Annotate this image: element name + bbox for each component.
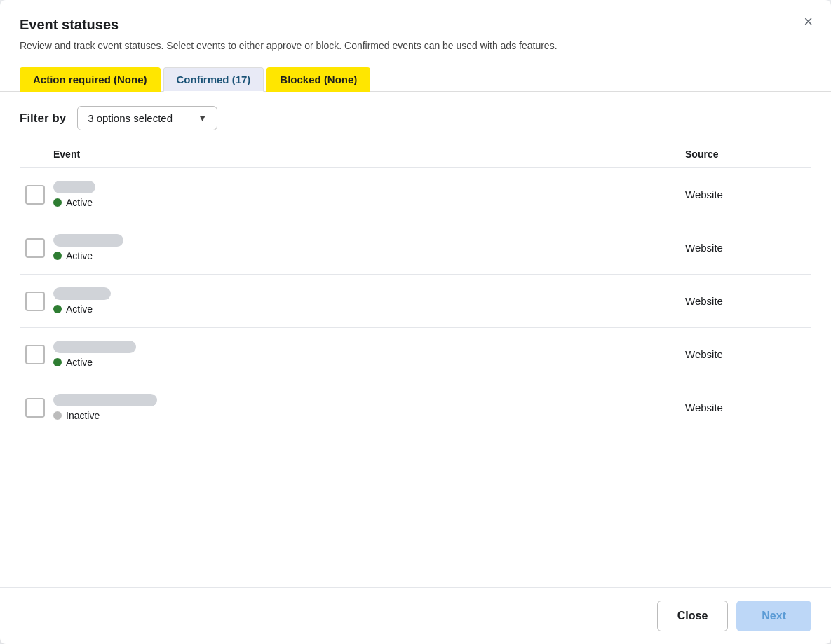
row-checkbox-1[interactable] xyxy=(25,185,45,205)
chevron-down-icon: ▼ xyxy=(198,113,207,123)
event-name-placeholder-5 xyxy=(53,394,157,406)
active-dot-icon-1 xyxy=(53,198,62,207)
event-cell-5: Inactive xyxy=(53,394,677,421)
tab-blocked[interactable]: Blocked (None) xyxy=(266,67,370,92)
event-name-placeholder-4 xyxy=(53,341,136,353)
row-checkbox-3[interactable] xyxy=(25,292,45,311)
row-checkbox-2[interactable] xyxy=(25,238,45,258)
filter-dropdown[interactable]: 3 options selected ▼ xyxy=(77,106,217,130)
event-statuses-dialog: Event statuses Review and track event st… xyxy=(0,0,831,644)
column-event-header: Event xyxy=(53,149,685,160)
source-cell-1: Website xyxy=(685,189,811,200)
source-cell-4: Website xyxy=(685,348,811,360)
event-name-placeholder-3 xyxy=(53,287,111,300)
filter-value: 3 options selected xyxy=(88,112,173,124)
row-checkbox-5[interactable] xyxy=(25,398,45,418)
row-checkbox-4[interactable] xyxy=(25,345,45,364)
inactive-dot-icon-5 xyxy=(53,411,62,420)
table-header: Event Source xyxy=(20,142,811,168)
status-line-1: Active xyxy=(53,197,677,208)
status-label-3: Active xyxy=(66,303,93,315)
source-cell-2: Website xyxy=(685,242,811,254)
dialog-footer: Close Next xyxy=(0,587,831,644)
status-line-3: Active xyxy=(53,303,677,315)
column-source-header: Source xyxy=(685,149,811,160)
filter-label: Filter by xyxy=(20,111,66,125)
event-name-placeholder-1 xyxy=(53,181,95,193)
dialog-header: Event statuses Review and track event st… xyxy=(0,0,831,67)
event-cell-4: Active xyxy=(53,341,677,368)
event-cell-2: Active xyxy=(53,234,677,261)
next-button[interactable]: Next xyxy=(736,601,811,631)
table-scroll-area[interactable]: Active Website Active Website xyxy=(20,168,811,505)
event-name-placeholder-2 xyxy=(53,234,123,247)
close-icon[interactable]: × xyxy=(799,11,817,32)
tab-confirmed[interactable]: Confirmed (17) xyxy=(163,67,264,92)
status-line-5: Inactive xyxy=(53,410,677,421)
status-line-4: Active xyxy=(53,357,677,368)
close-button[interactable]: Close xyxy=(657,601,729,631)
table-row: Active Website xyxy=(20,275,811,328)
dialog-subtitle: Review and track event statuses. Select … xyxy=(20,39,651,53)
active-dot-icon-2 xyxy=(53,252,62,260)
status-line-2: Active xyxy=(53,250,677,261)
dialog-title: Event statuses xyxy=(20,17,811,33)
table-container: Event Source Active Website xyxy=(0,142,831,587)
filter-row: Filter by 3 options selected ▼ xyxy=(0,92,831,142)
source-cell-5: Website xyxy=(685,402,811,413)
table-row: Active Website xyxy=(20,221,811,275)
event-cell-3: Active xyxy=(53,287,677,315)
status-label-4: Active xyxy=(66,357,93,368)
table-row: Inactive Website xyxy=(20,381,811,434)
status-label-1: Active xyxy=(66,197,93,208)
tabs-bar: Action required (None) Confirmed (17) Bl… xyxy=(0,67,831,92)
active-dot-icon-3 xyxy=(53,305,62,313)
active-dot-icon-4 xyxy=(53,358,62,366)
table-row: Active Website xyxy=(20,328,811,381)
tab-action-required[interactable]: Action required (None) xyxy=(20,67,161,92)
status-label-5: Inactive xyxy=(66,410,100,421)
status-label-2: Active xyxy=(66,250,93,261)
source-cell-3: Website xyxy=(685,295,811,307)
event-cell-1: Active xyxy=(53,181,677,208)
table-row: Active Website xyxy=(20,168,811,221)
